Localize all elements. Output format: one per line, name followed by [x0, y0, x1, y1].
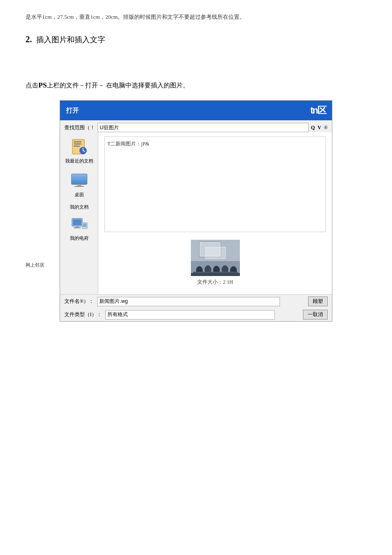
dialog-title-right: tn区	[310, 104, 326, 117]
sidebar-item-desktop[interactable]: 桌面	[69, 170, 89, 198]
dialog-sidebar: 我最近的文档	[60, 132, 98, 294]
lookup-btn-v[interactable]: V	[317, 125, 321, 131]
filename-row: 文件名®）： 顾塑	[60, 295, 332, 308]
file-size-text: 文件大小：2 1H	[197, 279, 233, 286]
svg-rect-2	[74, 143, 81, 145]
dialog-main: T二新闻图片：jP&	[98, 132, 332, 294]
desktop-icon	[69, 170, 89, 191]
dialog-titlebar: 打开 tn区	[60, 101, 332, 120]
mycomputer-label: 我的电府	[70, 235, 89, 241]
svg-rect-12	[74, 227, 81, 228]
lookup-extra: ®	[324, 125, 328, 131]
recent-docs-icon	[69, 137, 89, 157]
preview-image	[191, 240, 240, 276]
instruction-after: 上栏的文件－打开－ 在电脑中选择要插入的图片。	[47, 82, 189, 89]
lookup-btn-q[interactable]: Q	[311, 125, 315, 131]
dialog-footer: 文件名®）： 顾塑 文件类型（I）： 一取消	[60, 294, 332, 321]
my-computer-icon	[69, 214, 89, 234]
preview-image-content	[191, 240, 240, 276]
filetype-input[interactable]	[105, 310, 275, 320]
dialog-title: 打开	[66, 107, 79, 115]
svg-rect-6	[72, 174, 87, 184]
intro-text: 是水平1cm，27.5cm，垂直1cm，20cm。排版的时候图片和文字不要超过参…	[26, 13, 366, 22]
filetype-row: 文件类型（I）： 一取消	[60, 308, 332, 321]
dialog-body: 我最近的文档	[60, 132, 332, 294]
recent-docs-label: 我最近的文档	[65, 158, 93, 164]
filename-label: 文件名®）：	[64, 298, 94, 305]
svg-rect-14	[83, 224, 86, 227]
filetype-label: 文件类型（I）：	[64, 311, 102, 318]
lookup-label: 查找范围（！	[64, 124, 95, 131]
network-label: 网上邻居	[26, 262, 44, 267]
file-list-area[interactable]: T二新闻图片：jP&	[104, 137, 326, 232]
section-heading: 2. 插入图片和插入文字	[26, 35, 366, 45]
lookup-input[interactable]	[98, 123, 308, 132]
instruction-text: 点击PS上栏的文件－打开－ 在电脑中选择要插入的图片。	[26, 79, 366, 92]
filename-input[interactable]	[97, 297, 280, 306]
section-number: 2.	[26, 35, 32, 44]
desktop-label: 桌面	[75, 192, 84, 198]
sidebar-item-recent[interactable]: 我最近的文档	[65, 137, 93, 164]
instruction-before: 点击	[26, 82, 38, 89]
svg-rect-7	[77, 184, 81, 186]
svg-rect-25	[191, 273, 240, 276]
file-list-item[interactable]: T二新闻图片：jP&	[107, 139, 323, 148]
open-file-dialog: 打开 tn区 查找范围（！ Q V ®	[60, 100, 332, 322]
open-button[interactable]: 顾塑	[308, 296, 328, 306]
sidebar-item-mycomputer[interactable]: 我的电府	[69, 214, 89, 241]
svg-rect-11	[75, 226, 79, 227]
section-title: 插入图片和插入文字	[36, 35, 105, 45]
svg-rect-3	[74, 145, 80, 147]
instruction-bold: PS	[38, 81, 47, 89]
cancel-button[interactable]: 一取消	[303, 310, 328, 320]
sidebar-item-mydocs[interactable]: 我的文档	[70, 204, 89, 210]
mydocs-label: 我的文档	[70, 204, 89, 210]
svg-rect-8	[75, 186, 84, 187]
svg-rect-10	[73, 219, 81, 225]
svg-rect-18	[200, 243, 220, 256]
svg-rect-1	[74, 141, 81, 142]
